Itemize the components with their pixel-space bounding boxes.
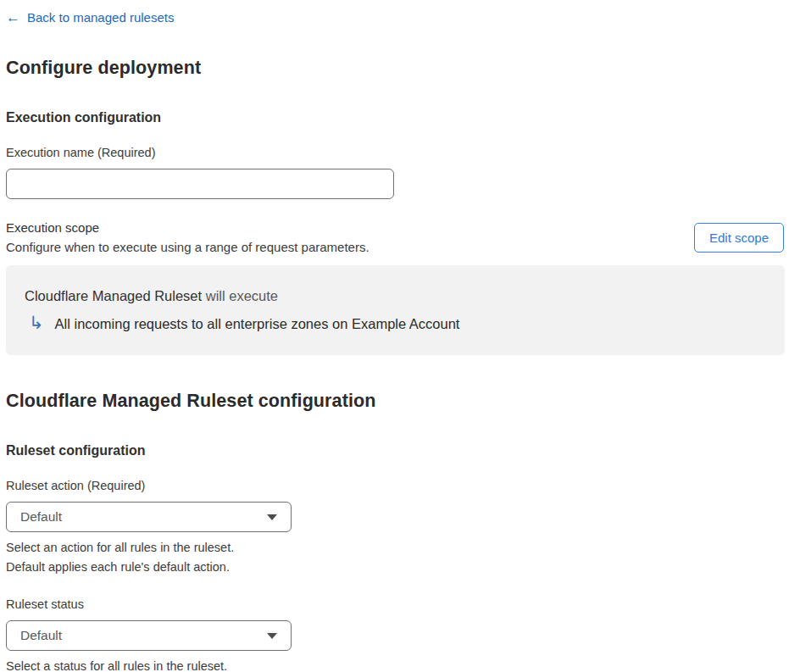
- execution-name-label: Execution name (Required): [6, 146, 784, 159]
- ruleset-configuration-title: Cloudflare Managed Ruleset configuration: [6, 391, 784, 412]
- page-title: Configure deployment: [6, 58, 784, 79]
- scope-summary-line1: Cloudflare Managed Ruleset will execute: [25, 288, 766, 304]
- ruleset-configuration-subheading: Ruleset configuration: [6, 443, 784, 458]
- back-to-managed-rulesets-link[interactable]: ← Back to managed rulesets: [6, 10, 174, 25]
- ruleset-action-help: Select an action for all rules in the ru…: [6, 538, 784, 577]
- edit-scope-button[interactable]: Edit scope: [694, 223, 784, 253]
- ruleset-status-group: Ruleset status Default Select a status f…: [6, 597, 784, 672]
- ruleset-status-selected-value: Default: [20, 628, 62, 643]
- ruleset-action-select[interactable]: Default: [6, 502, 292, 532]
- ruleset-status-label: Ruleset status: [6, 597, 784, 611]
- scope-summary-box: Cloudflare Managed Ruleset will execute …: [6, 265, 785, 355]
- ruleset-status-help: Select a status for all rules in the rul…: [6, 657, 784, 672]
- chevron-down-icon: [267, 633, 277, 639]
- scope-summary-text: All incoming requests to all enterprise …: [55, 316, 460, 332]
- ruleset-status-select[interactable]: Default: [6, 620, 292, 651]
- scope-summary-line2: ↳ All incoming requests to all enterpris…: [25, 315, 766, 333]
- execution-scope-text: Execution scope Configure when to execut…: [6, 220, 369, 254]
- ruleset-action-label: Ruleset action (Required): [6, 479, 784, 492]
- back-arrow-icon: ←: [6, 10, 20, 25]
- ruleset-action-help-line2: Default applies each rule's default acti…: [6, 558, 784, 577]
- execution-scope-description: Configure when to execute using a range …: [6, 240, 369, 254]
- back-link-label: Back to managed rulesets: [27, 10, 174, 25]
- ruleset-action-help-line1: Select an action for all rules in the ru…: [6, 538, 784, 558]
- scope-summary-suffix: will execute: [202, 288, 278, 303]
- ruleset-action-selected-value: Default: [20, 509, 62, 525]
- chevron-down-icon: [267, 514, 277, 520]
- scope-summary-ruleset-name: Cloudflare Managed Ruleset: [25, 288, 202, 303]
- execution-scope-label: Execution scope: [6, 220, 369, 235]
- execution-name-input[interactable]: [6, 169, 394, 199]
- branch-arrow-icon: ↳: [29, 314, 44, 331]
- configure-deployment-page: ← Back to managed rulesets Configure dep…: [0, 0, 789, 672]
- execution-configuration-heading: Execution configuration: [6, 110, 784, 125]
- execution-scope-row: Execution scope Configure when to execut…: [6, 220, 784, 254]
